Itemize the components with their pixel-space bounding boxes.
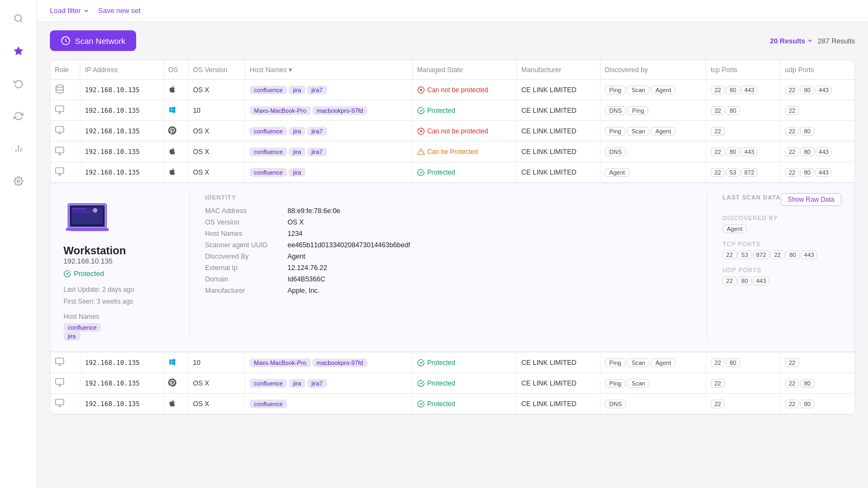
cell-hostnames: confluencejirajira7	[245, 80, 412, 100]
cell-udp: 2280	[781, 121, 854, 142]
scan-network-button[interactable]: Scan Network	[50, 30, 136, 51]
udp-port-exp: 22	[723, 277, 737, 285]
show-raw-button[interactable]: Show Raw Data	[781, 193, 841, 206]
cell-managed: Protected	[412, 394, 517, 414]
svg-line-1	[20, 20, 22, 22]
identity-value: Agent	[288, 253, 305, 260]
port-tcp: 22	[711, 127, 725, 136]
scan-data-heading: LAST SCAN DATA	[723, 194, 781, 201]
svg-rect-31	[72, 207, 103, 224]
expanded-left: Workstation 192.168.10.135 Protected Las…	[63, 194, 172, 341]
device-status: Protected	[63, 269, 104, 278]
identity-row: Scanner agent UUID ee465b11d013340208473…	[205, 241, 690, 249]
col-hostnames[interactable]: Host Names ▾	[245, 60, 412, 80]
cell-ip: 192.168.10.135	[80, 352, 164, 373]
device-ip: 192.168.10.135	[63, 257, 112, 265]
scan-network-label: Scan Network	[75, 36, 125, 46]
sidebar-chart[interactable]	[9, 139, 28, 158]
port-tcp: 80	[726, 147, 740, 156]
results-count[interactable]: 20 Results	[770, 37, 813, 45]
svg-rect-32	[73, 208, 86, 210]
table-row[interactable]: 192.168.10.135 OS X confluencejirajira7 …	[50, 121, 854, 142]
table-row[interactable]: 192.168.10.135 OS X confluencejira Prote…	[50, 162, 854, 183]
cell-os	[164, 80, 189, 100]
host-tag: jira7	[307, 127, 327, 136]
method-badge: Ping	[628, 106, 648, 115]
load-filter-button[interactable]: Load filter	[50, 7, 90, 15]
cell-os-version: OS X	[188, 80, 245, 100]
port-tcp: 80	[726, 358, 740, 367]
tcp-port-exp: 22	[723, 251, 737, 259]
identity-row: External Ip 12.124.76.22	[205, 264, 690, 272]
identity-label: Discovered By	[205, 253, 281, 260]
cell-manufacturer: CE LINK LIMITED	[517, 142, 601, 162]
port-tcp: 443	[741, 86, 757, 94]
col-role: Role	[50, 60, 80, 80]
cell-managed: Can not be protected	[412, 80, 517, 100]
udp-port-exp: 443	[753, 277, 769, 285]
tcp-port-exp: 53	[738, 251, 752, 259]
expanded-cell: Workstation 192.168.10.135 Protected Las…	[50, 183, 854, 352]
identity-label: MAC Address	[205, 207, 281, 215]
cell-discovered: PingScan	[601, 373, 706, 394]
host-names-label-exp: Host Names	[63, 313, 99, 320]
sidebar-recycle[interactable]	[9, 74, 28, 93]
host-tag: Maxs-MacBook-Pro	[250, 358, 311, 367]
sidebar-search[interactable]	[9, 9, 28, 28]
cell-udp: 2280	[781, 394, 854, 414]
sidebar-settings[interactable]	[9, 171, 28, 191]
cell-discovered: PingScanAgent	[601, 121, 706, 142]
cell-discovered: Agent	[601, 162, 706, 183]
port-udp: 22	[785, 127, 799, 136]
table-row[interactable]: 192.168.10.135 OS X confluencejirajira7 …	[50, 373, 854, 394]
cell-manufacturer: CE LINK LIMITED	[517, 352, 601, 373]
cell-hostnames: Maxs-MacBook-Promacbookpro-97fd	[245, 352, 412, 373]
cell-manufacturer: CE LINK LIMITED	[517, 100, 601, 121]
table-row[interactable]: 192.168.10.135 10 Maxs-MacBook-Promacboo…	[50, 100, 854, 121]
table-row[interactable]: 192.168.10.135 10 Maxs-MacBook-Promacboo…	[50, 352, 854, 373]
col-udp: udp Ports	[781, 60, 854, 80]
device-illustration	[63, 194, 118, 240]
svg-rect-34	[73, 212, 91, 213]
identity-value: 1234	[288, 230, 303, 237]
device-meta: Last Update: 2 days agoFirst Seen: 3 wee…	[63, 284, 134, 307]
cell-os-version: OS X	[188, 373, 245, 394]
method-badge: Ping	[605, 358, 626, 367]
cell-ip: 192.168.10.135	[80, 121, 164, 142]
cell-discovered: PingScanAgent	[601, 352, 706, 373]
save-set-button[interactable]: Save new set	[98, 7, 141, 15]
port-tcp: 22	[711, 147, 725, 156]
identity-label: Host Names	[205, 230, 281, 237]
table-row[interactable]: 192.168.10.135 OS X confluencejirajira7 …	[50, 80, 854, 100]
svg-rect-26	[56, 168, 64, 174]
identity-heading: IDENTITY	[205, 194, 690, 201]
cell-os	[164, 352, 189, 373]
identity-label: Scanner agent UUID	[205, 241, 281, 249]
table-row[interactable]: 192.168.10.135 OS X confluence Protected…	[50, 394, 854, 414]
port-udp: 80	[800, 147, 814, 156]
cell-ip: 192.168.10.135	[80, 80, 164, 100]
cell-managed: Protected	[412, 162, 517, 183]
method-badge: Agent	[651, 86, 675, 94]
port-udp: 22	[785, 400, 799, 408]
method-badge: Ping	[605, 127, 626, 136]
cell-udp: 2280443	[781, 142, 854, 162]
sidebar-star[interactable]	[9, 41, 28, 61]
method-badge: DNS	[605, 106, 626, 115]
cell-role	[50, 142, 80, 162]
sidebar-refresh[interactable]	[9, 106, 28, 126]
method-badge: DNS	[605, 147, 626, 156]
cell-ip: 192.168.10.135	[80, 373, 164, 394]
cell-managed: Protected	[412, 373, 517, 394]
svg-marker-2	[14, 47, 22, 55]
network-table: Role IP Address OS OS Version Host Names…	[50, 60, 855, 415]
host-tag: confluence	[250, 86, 287, 94]
host-tag-exp: confluence	[63, 323, 101, 332]
svg-rect-37	[71, 230, 109, 232]
cell-role	[50, 121, 80, 142]
cell-os-version: OS X	[188, 142, 245, 162]
identity-value: 88:e9:fe:78:6e:0e	[288, 207, 340, 215]
main-content: Load filter Save new set Scan Network 20…	[37, 0, 868, 488]
table-row[interactable]: 192.168.10.135 OS X confluencejirajira7 …	[50, 142, 854, 162]
identity-label: Manufacturer	[205, 287, 281, 294]
